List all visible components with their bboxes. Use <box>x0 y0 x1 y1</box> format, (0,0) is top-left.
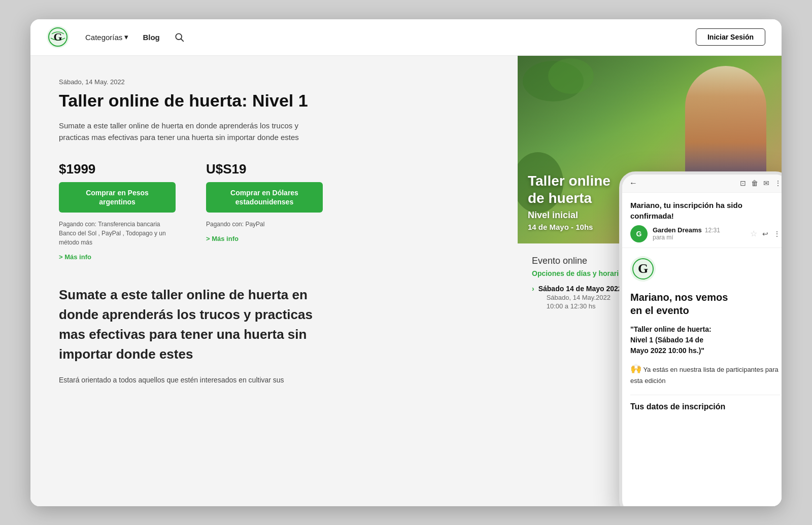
browser-window: G Categorías ▾ Blog Iniciar Sesión Sábad… <box>30 19 782 506</box>
pay-info-pesos: Pagando con: Transferencia bancaria Banc… <box>59 220 176 247</box>
email-logo-icon: G <box>630 256 656 282</box>
article-title: Taller online de huerta: Nivel 1 <box>59 91 493 111</box>
article-body-text: Estará orientado a todos aquellos que es… <box>59 374 493 386</box>
sender-to: para mí <box>653 234 745 241</box>
article-big-text: Sumate a este taller online de huerta en… <box>59 285 333 364</box>
nav-blog[interactable]: Blog <box>143 33 159 42</box>
article-date: Sábado, 14 May. 2022 <box>59 78 493 86</box>
email-subject: Mariano, tu inscripción ha sido confirma… <box>630 200 781 221</box>
logo-icon: G <box>47 26 69 48</box>
search-icon[interactable] <box>174 32 184 42</box>
sender-time: 12:31 <box>705 227 720 234</box>
email-sender-row: G Garden Dreams 12:31 para mí ☆ ↩ ⋮ <box>630 225 781 242</box>
price-block-usd: U$S19 Comprar en Dólares estadounidenses… <box>206 161 323 261</box>
pay-info-usd: Pagando con: PayPal <box>206 220 323 229</box>
archive-icon[interactable]: ⊡ <box>740 179 746 187</box>
login-button[interactable]: Iniciar Sesión <box>696 28 765 46</box>
email-body: G Mariano, nos vemosen el evento "Taller… <box>622 248 782 485</box>
hands-emoji: 🙌 <box>630 364 641 374</box>
chevron-down-icon: ▾ <box>124 32 128 42</box>
email-action-icons: ☆ ↩ ⋮ <box>750 229 781 238</box>
article-lower: Sumate a este taller online de huerta en… <box>59 285 493 386</box>
nav-links: Categorías ▾ Blog <box>85 32 680 42</box>
phone-statusbar: ← ⊡ 🗑 ✉ ⋮ <box>622 174 782 193</box>
email-greeting: Mariano, nos vemosen el evento <box>630 291 781 317</box>
svg-text:G: G <box>638 261 648 276</box>
sender-avatar: G <box>630 225 648 242</box>
email-header: Mariano, tu inscripción ha sido confirma… <box>622 193 782 248</box>
more-icon[interactable]: ⋮ <box>774 179 782 187</box>
mail-icon[interactable]: ✉ <box>763 179 769 187</box>
chevron-right-icon: › <box>532 285 534 293</box>
reply-icon[interactable]: ↩ <box>762 230 768 238</box>
svg-text:G: G <box>53 30 62 43</box>
hero-date: 14 de Mayo - 10hs <box>528 223 611 231</box>
email-event-title: "Taller online de huerta:Nivel 1 (Sábado… <box>630 324 781 356</box>
main-content: Sábado, 14 May. 2022 Taller online de hu… <box>30 56 782 506</box>
price-usd: U$S19 <box>206 161 323 177</box>
logo-area: G <box>47 26 69 48</box>
sender-name: Garden Dreams <box>653 226 702 234</box>
pricing-row: $1999 Comprar en Pesos argentinos Pagand… <box>59 161 493 261</box>
email-participants-text: 🙌 Ya estás en nuestra lista de participa… <box>630 362 781 386</box>
buy-pesos-button[interactable]: Comprar en Pesos argentinos <box>59 182 176 213</box>
price-pesos: $1999 <box>59 161 176 177</box>
sender-info: Garden Dreams 12:31 para mí <box>653 226 745 241</box>
right-panel: Taller onlinede huerta Nivel inicial 14 … <box>518 56 782 506</box>
more-options-icon[interactable]: ⋮ <box>773 230 781 238</box>
price-block-pesos: $1999 Comprar en Pesos argentinos Pagand… <box>59 161 176 261</box>
email-section-title: Tus datos de inscripción <box>630 395 781 411</box>
mas-info-pesos-link[interactable]: Más info <box>59 253 176 261</box>
hero-text-overlay: Taller onlinede huerta Nivel inicial 14 … <box>528 172 611 231</box>
phone-overlay: ← ⊡ 🗑 ✉ ⋮ Mariano, tu inscripción ha sid… <box>619 171 782 506</box>
article-subtitle: Sumate a este taller online de huerta en… <box>59 120 323 144</box>
statusbar-icons: ⊡ 🗑 ✉ ⋮ <box>740 179 782 187</box>
navbar: G Categorías ▾ Blog Iniciar Sesión <box>30 19 782 56</box>
svg-line-4 <box>181 39 183 42</box>
delete-icon[interactable]: 🗑 <box>751 179 758 187</box>
star-icon[interactable]: ☆ <box>750 229 757 238</box>
nav-categorias[interactable]: Categorías ▾ <box>85 32 128 42</box>
hero-title: Taller onlinede huerta <box>528 172 611 206</box>
back-icon[interactable]: ← <box>629 179 637 188</box>
buy-usd-button[interactable]: Comprar en Dólares estadounidenses <box>206 182 323 213</box>
mas-info-usd-link[interactable]: Más info <box>206 235 323 242</box>
hero-subtitle: Nivel inicial <box>528 210 611 221</box>
article-panel: Sábado, 14 May. 2022 Taller online de hu… <box>30 56 518 506</box>
